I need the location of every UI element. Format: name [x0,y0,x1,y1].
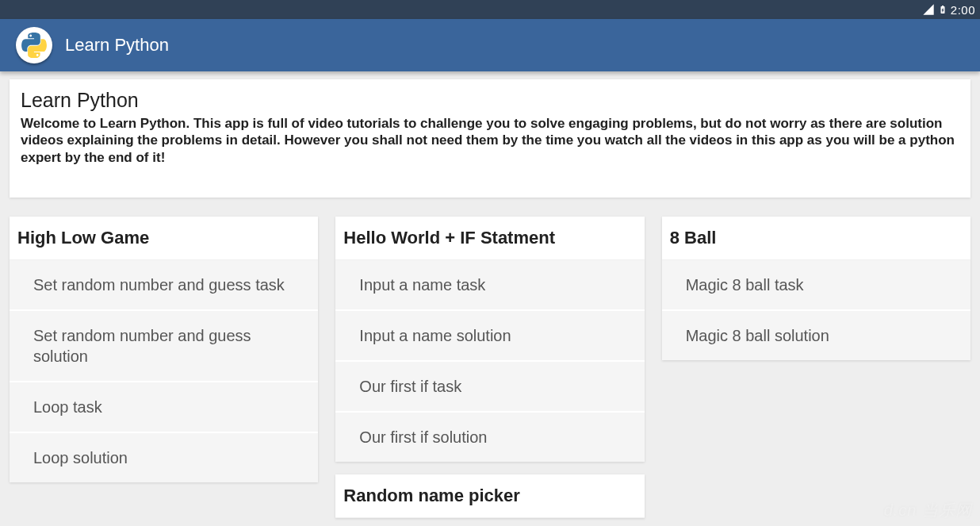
welcome-body: Welcome to Learn Python. This app is ful… [21,115,959,166]
lesson-grid: High Low Game Set random number and gues… [10,217,970,526]
python-logo-icon [16,27,52,63]
grid-col-0: High Low Game Set random number and gues… [10,217,318,526]
lesson-item[interactable]: Magic 8 ball solution [662,311,970,360]
lesson-item[interactable]: Set random number and guess task [10,260,318,311]
lesson-item[interactable]: Loop solution [10,433,318,482]
battery-charging-icon [938,2,947,17]
cell-signal-icon [922,3,935,16]
app-bar: Learn Python [0,19,980,71]
lesson-item[interactable]: Input a name solution [335,311,644,362]
welcome-heading: Learn Python [21,89,959,112]
lesson-item[interactable]: Set random number and guess solution [10,311,318,382]
app-title: Learn Python [65,35,169,56]
lesson-card: High Low Game Set random number and gues… [10,217,318,482]
lesson-item[interactable]: Our first if task [335,362,644,413]
lesson-card-title: Random name picker [335,474,644,518]
status-clock: 2:00 [951,3,975,17]
welcome-card: Learn Python Welcome to Learn Python. Th… [10,79,970,198]
android-status-bar: 2:00 [0,0,980,19]
grid-col-1: Hello World + IF Statment Input a name t… [335,217,644,526]
lesson-item[interactable]: Input a name task [335,260,644,311]
lesson-item[interactable]: Our first if solution [335,413,644,462]
lesson-card: 8 Ball Magic 8 ball task Magic 8 ball so… [662,217,970,360]
lesson-item[interactable]: Magic 8 ball task [662,260,970,311]
grid-col-2: 8 Ball Magic 8 ball task Magic 8 ball so… [662,217,970,526]
lesson-card-title: Hello World + IF Statment [335,217,644,260]
lesson-item[interactable]: Loop task [10,382,318,433]
content-area: Learn Python Welcome to Learn Python. Th… [0,71,980,526]
lesson-card-title: High Low Game [10,217,318,260]
lesson-card: Hello World + IF Statment Input a name t… [335,217,644,462]
lesson-card: Random name picker [335,474,644,518]
lesson-card-title: 8 Ball [662,217,970,260]
